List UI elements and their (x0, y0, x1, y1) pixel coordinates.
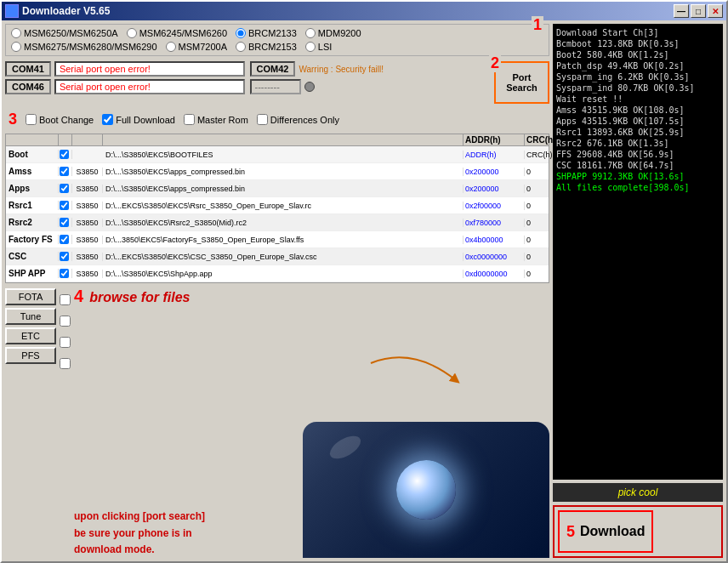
log-line: Wait reset !! (556, 94, 719, 105)
log-line: Amss 43515.9KB OK[108.0s] (556, 105, 719, 116)
row-cb-amss[interactable] (59, 167, 72, 176)
download-label: Download (580, 524, 645, 539)
log-line: Bcmboot 123.8KB DK[0.3s] (556, 38, 719, 49)
row-addr-csc: 0xc0000000 (464, 253, 525, 261)
file-table: ADDR(h) CRC(h) Boot D:\...\S3850\EKC5\BO… (5, 134, 549, 283)
log-line: Apps 43515.9KB OK[107.5s] (556, 116, 719, 127)
row-addr-apps: 0x200000 (464, 185, 525, 193)
col-type (72, 134, 103, 145)
radio-msm7200a[interactable]: MSM7200A (166, 42, 227, 52)
maximize-button[interactable]: □ (691, 4, 706, 18)
row-cb-factoryfs[interactable] (59, 235, 72, 244)
row-crc-factoryfs: 0 (525, 236, 549, 244)
bottom-area: FOTA Tune ETC PFS 4 browse for files (5, 287, 549, 558)
radio-msm6245[interactable]: MSM6245/MSM6260 (127, 28, 227, 38)
radio-mdm9200[interactable]: MDM9200 (305, 28, 361, 38)
fota-button[interactable]: FOTA (5, 288, 56, 305)
radio-msm6275[interactable]: MSM6275/MSM6280/MSM6290 (11, 42, 157, 52)
row-crc-rsrc2: 0 (525, 219, 549, 227)
com42-row: COM42 Warring : Security faill! (250, 61, 490, 77)
log-line: CSC 18161.7KB OK[64.7s] (556, 160, 719, 171)
etc-button[interactable]: ETC (5, 327, 56, 344)
row-addr-rsrc1: 0x2f00000 (464, 202, 525, 210)
tune-button[interactable]: Tune (5, 308, 56, 325)
row-cb-rsrc1[interactable] (59, 201, 72, 210)
pick-cool-text: pick cool (553, 483, 723, 502)
row-cb-boot[interactable] (59, 150, 72, 159)
com42-label: COM42 (250, 61, 296, 77)
full-download-checkbox[interactable]: Full Download (102, 114, 175, 125)
radio-brcm2153-label: BRCM2153 (248, 42, 297, 52)
pfs-checkbox[interactable] (60, 358, 71, 369)
main-content: 1 MSM6250/MSM6250A MSM6245/MSM6260 (2, 20, 726, 561)
minimize-button[interactable]: — (674, 4, 689, 18)
col-path (103, 134, 464, 145)
row-path-boot: D:\...\S3850\EKC5\BOOTFILES (103, 151, 464, 159)
row-type-amss: S3850 (72, 168, 103, 176)
com41-label: COM41 (5, 61, 51, 77)
right-panel: Download Start Ch[3] Bcmboot 123.8KB DK[… (553, 24, 723, 558)
annotation-text: upon clicking [port search] be sure your… (74, 509, 205, 558)
row-crc-apps: 0 (525, 185, 549, 193)
differences-only-label: Differences Only (270, 115, 339, 125)
row-cb-csc[interactable] (59, 252, 72, 261)
row-addr-amss: 0x200000 (464, 168, 525, 176)
main-window: Downloader V5.65 — □ ✕ 1 MSM6250/MSM6250… (0, 0, 728, 563)
tune-checkbox[interactable] (60, 316, 71, 327)
row-cb-apps[interactable] (59, 184, 72, 193)
annotation-area: 4 browse for files (74, 287, 190, 306)
radio-brcm2153[interactable]: BRCM2153 (236, 42, 297, 52)
radio-brcm2133[interactable]: BRCM2133 (236, 28, 297, 38)
com41-error: Serial port open error! (54, 61, 245, 77)
download-button[interactable]: 5 Download (558, 510, 653, 553)
title-bar: Downloader V5.65 — □ ✕ (2, 2, 726, 20)
row-crc-csc: 0 (525, 253, 549, 261)
browse-text: browse for files (89, 290, 190, 304)
row-name-boot: Boot (6, 150, 59, 159)
radio-lsi[interactable]: LSI (305, 42, 333, 52)
log-line: Boot2 580.4KB OK[1.2s] (556, 49, 719, 60)
row-crc-amss: 0 (525, 168, 549, 176)
full-download-label: Full Download (116, 115, 175, 125)
differences-only-checkbox[interactable]: Differences Only (257, 114, 339, 125)
fota-checkbox[interactable] (60, 294, 71, 305)
com42-dots-row: -------- (250, 79, 490, 94)
boot-change-checkbox[interactable]: Boot Change (26, 114, 94, 125)
badge-3: 3 (9, 111, 17, 128)
radio-msm6250-label: MSM6250/MSM6250A (24, 28, 118, 38)
left-panel: 1 MSM6250/MSM6250A MSM6245/MSM6260 (5, 24, 549, 558)
table-header: ADDR(h) CRC(h) (6, 134, 549, 146)
row-path-factoryfs: D:\...3850\EKC5\FactoryFs_S3850_Open_Eur… (103, 236, 464, 244)
row-type-csc: S3850 (72, 253, 103, 261)
table-row: Rsrc1 S3850 D:\...EKC5\S3850\EKC5\Rsrc_S… (6, 197, 549, 214)
row-cb-shpapp[interactable] (59, 269, 72, 278)
port-search-button[interactable]: Port Search (494, 61, 549, 104)
row-type-shpapp: S3850 (72, 270, 103, 278)
radio-msm6250[interactable]: MSM6250/MSM6250A (11, 28, 118, 38)
log-line: FFS 29608.4KB OK[56.9s] (556, 149, 719, 160)
master-rom-checkbox[interactable]: Master Rom (184, 114, 248, 125)
phone-lens (396, 460, 456, 520)
com42-icon (304, 82, 315, 92)
row-path-rsrc1: D:\...EKC5\S3850\EKC5\Rsrc_S3850_Open_Eu… (103, 202, 464, 210)
row-type-rsrc1: S3850 (72, 202, 103, 210)
download-section: 5 Download (553, 505, 723, 558)
etc-checkbox[interactable] (60, 337, 71, 348)
row-path-csc: D:\...EKC5\S3850\EKC5\CSC_S3850_Open_Eur… (103, 253, 464, 261)
com46-error: Serial port open error! (54, 79, 245, 94)
row-addr-shpapp: 0xd0000000 (464, 270, 525, 278)
badge-4: 4 (74, 287, 83, 305)
boot-change-label: Boot Change (39, 115, 94, 125)
arrow-icon (362, 338, 464, 389)
row-name-amss: Amss (6, 167, 59, 176)
window-title: Downloader V5.65 (22, 5, 110, 17)
pfs-button[interactable]: PFS (5, 347, 56, 364)
row-addr-boot: ADDR(h) (464, 151, 525, 159)
row-cb-rsrc2[interactable] (59, 218, 72, 227)
close-button[interactable]: ✕ (708, 4, 723, 18)
extra-buttons: FOTA Tune ETC PFS (5, 287, 56, 558)
log-line: Rsrc1 13893.6KB OK[25.9s] (556, 127, 719, 138)
row-crc-rsrc1: 0 (525, 202, 549, 210)
table-row: Boot D:\...\S3850\EKC5\BOOTFILES ADDR(h)… (6, 146, 549, 163)
annotation-line2: be sure your phone is in (74, 526, 205, 542)
